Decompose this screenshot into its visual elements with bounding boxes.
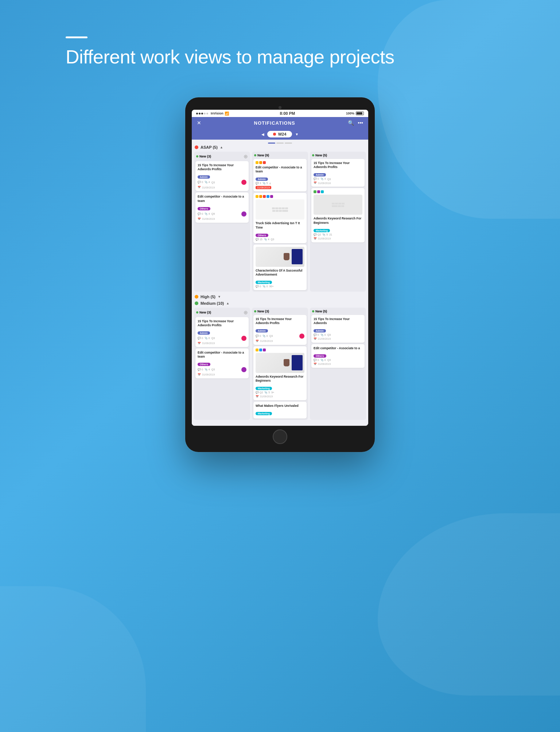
card-med-2-1[interactable]: 15 Tips To Increase Your Adwords Profits… <box>253 315 307 345</box>
status-time: 8:00 PM <box>280 111 295 116</box>
cdot-b <box>267 195 269 198</box>
week-dot <box>273 133 276 136</box>
card-asap-3-2[interactable]: Adwords Keyword Research For Beginners M… <box>311 188 365 242</box>
attach-icon: 📎 5 <box>262 182 268 185</box>
medium-col-1-add-button[interactable]: ⊕ <box>244 309 248 315</box>
section-medium[interactable]: Medium (10) ▲ <box>194 301 366 305</box>
points: Q3 <box>327 178 331 180</box>
avatar-m1-1 <box>241 336 246 341</box>
date-badge: 31/08/2019 <box>256 186 271 189</box>
comment-icon: 💬 0 <box>198 337 203 340</box>
tablet-wrapper: InVision 📶 8:00 PM 100% ✕ NOTIFICATIONS … <box>0 97 560 452</box>
section-medium-arrow: ▲ <box>226 301 229 305</box>
more-icon[interactable]: ••• <box>358 120 363 126</box>
color-dots-row-3 <box>314 190 362 193</box>
nb-cup-2 <box>284 359 289 366</box>
col-1-add-button[interactable]: ⊕ <box>244 153 248 159</box>
section-asap[interactable]: ASAP (5) ▲ <box>194 145 366 149</box>
signal-dot-3 <box>201 113 203 114</box>
card-asap-3-1[interactable]: 15 Tips To Increase Your Adwords Profits… <box>311 159 365 187</box>
comment-icon: 💬 0 <box>198 368 203 371</box>
battery-fill <box>357 112 362 114</box>
badge-dot-m2 <box>254 310 256 312</box>
close-button[interactable]: ✕ <box>197 120 201 126</box>
card-image-med-adwords <box>256 353 304 373</box>
card-1-1-date: 📅 31/09/2019 <box>198 186 246 189</box>
tablet-home-button[interactable] <box>273 429 287 444</box>
section-high[interactable]: High (5) ▼ <box>194 295 366 299</box>
section-dot-medium <box>195 301 198 305</box>
cdot-g <box>314 190 316 193</box>
card-m2-2-meta: 💬 Q2 📎 5 9+ <box>256 391 304 394</box>
search-icon[interactable]: 🔍 <box>348 120 354 126</box>
calendar-icon: 📅 <box>314 338 317 340</box>
week-pill[interactable]: W24 <box>267 131 292 137</box>
cdot-mp <box>263 349 266 351</box>
attach-icon: 📎 5 <box>322 233 328 236</box>
points: 9+ <box>271 391 274 394</box>
card-3-2-tag: Marketing <box>314 229 330 232</box>
card-m3-2-title: Edit competitor - Associate to a <box>314 346 362 350</box>
section-high-arrow: ▼ <box>218 295 221 299</box>
badge-dot-2 <box>254 154 256 156</box>
week-selector[interactable]: ◀ W24 ▼ <box>192 129 368 140</box>
col-1-badge: New (3) <box>196 155 211 158</box>
comment-icon: 💬 0 <box>198 181 203 184</box>
calendar-icon: 📅 <box>314 363 317 366</box>
tablet-device: InVision 📶 8:00 PM 100% ✕ NOTIFICATIONS … <box>185 97 375 452</box>
medium-col-1-label: New (3) <box>199 311 211 314</box>
card-m2-2-date: 📅 31/09/2019 <box>256 395 304 398</box>
card-med-2-3[interactable]: What Makes Flyers Unrivaled Marketing <box>253 402 307 418</box>
card-2-2-title: Truck Side Advertising Isn T It Time <box>256 221 304 229</box>
week-next-arrow[interactable]: ▼ <box>295 132 299 136</box>
color-dots-row-2 <box>256 195 304 198</box>
date-text: 21/09/2019 <box>318 338 331 340</box>
signal-dot-2 <box>199 113 201 114</box>
signal-dot-4 <box>204 113 206 114</box>
card-m3-2-tag: Others <box>314 354 326 358</box>
cdot-p <box>270 195 273 198</box>
card-1-2-date: 📅 31/09/2019 <box>198 218 246 221</box>
bg-decoration-3 <box>0 586 146 732</box>
card-med-2-2[interactable]: Adwords Keyword Research For Beginners M… <box>253 346 307 400</box>
card-med-1-1[interactable]: 15 Tips To Increase Your Adwords Profits… <box>195 317 249 347</box>
comment-icon: 💬 0 <box>314 334 319 336</box>
medium-col-2-label: New (3) <box>257 309 269 313</box>
points: Q3 <box>271 238 274 241</box>
comment-icon: 💬 Q2 <box>314 233 321 236</box>
scroll-hint <box>194 143 366 144</box>
card-asap-1-2[interactable]: Edit competitor - Associate to a team Ot… <box>195 192 249 222</box>
scroll-dot <box>285 143 292 144</box>
badge-dot-m1 <box>196 311 198 314</box>
card-med-1-2[interactable]: Edit competitor - Associate to a team Ot… <box>195 349 249 378</box>
card-m1-2-meta: 💬 0 📎 4 Q3 <box>198 367 246 372</box>
date-text: 31/09/2019 <box>202 186 215 189</box>
card-image-chars <box>256 247 304 267</box>
signal-dot-5 <box>206 113 208 114</box>
comment-icon: 💬 0 <box>198 213 203 215</box>
points: Q3 <box>327 334 331 336</box>
card-asap-2-1[interactable]: Edit competitor - Associate to a team Ad… <box>253 159 307 191</box>
medium-col-3-header: New (5) <box>310 308 366 315</box>
color-dots-row-1 <box>256 161 304 164</box>
date-text: 31/09/2019 <box>202 342 215 344</box>
card-1-2-tag: Others <box>198 207 210 210</box>
date-text: 31/09/2018 <box>318 182 331 184</box>
points: Q3 <box>211 337 215 339</box>
color-dots-row-med2 <box>256 349 304 351</box>
notebook-cup <box>284 253 289 260</box>
attach-icon: 📎 4 <box>264 238 269 241</box>
comment-icon: 💬 15 <box>256 238 262 241</box>
card-asap-1-1[interactable]: 15 Tips To Increase Your Adwords Profits… <box>195 161 249 191</box>
asap-columns-grid: New (3) ⊕ 15 Tips To Increase Your Adwor… <box>194 152 366 291</box>
card-med-3-2[interactable]: Edit competitor - Associate to a Others … <box>311 344 365 368</box>
card-med-3-1[interactable]: 15 Tips To Increase Your Adwords Admin 💬… <box>311 315 365 343</box>
card-m2-2-tag: Marketing <box>256 387 272 390</box>
week-prev-arrow[interactable]: ◀ <box>261 132 264 136</box>
card-asap-2-3[interactable]: Characteristics Of A Successful Advertis… <box>253 245 307 290</box>
card-image-adwords <box>314 195 362 215</box>
col-2-label: New (9) <box>257 153 269 157</box>
card-m1-1-tag: Admin <box>198 331 210 335</box>
nb-book-2 <box>292 355 303 370</box>
card-asap-2-2[interactable]: Truck Side Advertising Isn T It Time Oth… <box>253 193 307 243</box>
